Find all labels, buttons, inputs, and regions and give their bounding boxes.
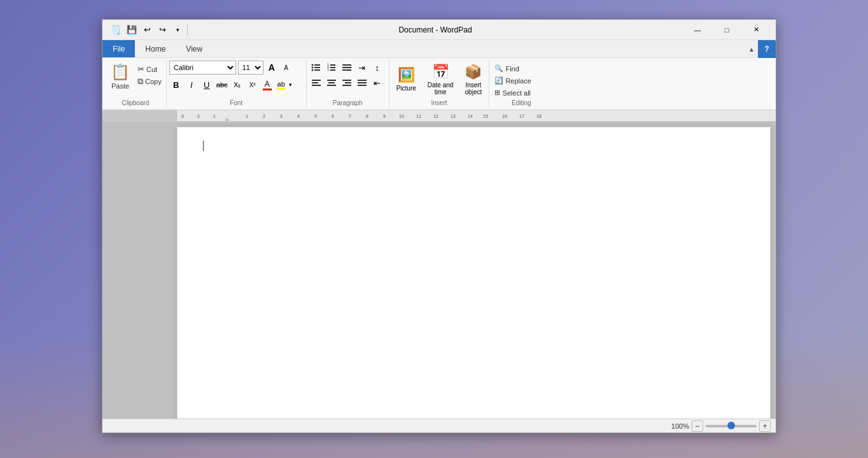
bullets-icon bbox=[311, 62, 321, 73]
svg-text:↓: ↓ bbox=[225, 116, 227, 121]
svg-text:13: 13 bbox=[451, 114, 456, 118]
ribbon-tab-bar: File Home View ▲ ? bbox=[102, 40, 776, 58]
svg-point-4 bbox=[311, 69, 313, 71]
numbering-button[interactable]: 1. 2. 3. bbox=[325, 61, 339, 75]
ribbon-collapse-arrow[interactable]: ▲ bbox=[745, 40, 758, 58]
maximize-button[interactable]: □ bbox=[712, 20, 741, 40]
svg-text:·2: ·2 bbox=[196, 114, 200, 118]
align-left-icon bbox=[311, 78, 321, 88]
save-button[interactable]: 💾 bbox=[125, 23, 139, 37]
indent-right-button[interactable]: ⇤ bbox=[370, 76, 384, 90]
align-left-button[interactable] bbox=[309, 76, 323, 90]
highlight-button[interactable]: ab bbox=[275, 79, 288, 91]
select-all-button[interactable]: ⊞ Select all bbox=[492, 87, 533, 98]
svg-text:16: 16 bbox=[502, 114, 507, 118]
minimize-button[interactable]: — bbox=[683, 20, 712, 40]
svg-rect-12 bbox=[342, 64, 351, 66]
zoom-percent: 100% bbox=[671, 422, 689, 430]
align-right-button[interactable] bbox=[340, 76, 354, 90]
replace-icon: 🔄 bbox=[494, 76, 503, 85]
font-size-select[interactable]: 11 bbox=[238, 61, 263, 75]
tab-file[interactable]: File bbox=[102, 40, 135, 57]
copy-icon: ⧉ bbox=[137, 76, 143, 87]
help-button[interactable]: ? bbox=[758, 40, 776, 58]
list-button[interactable] bbox=[340, 61, 354, 75]
svg-text:8: 8 bbox=[366, 114, 368, 118]
svg-text:3.: 3. bbox=[327, 68, 330, 71]
svg-text:5: 5 bbox=[314, 114, 317, 118]
superscript-button[interactable]: X² bbox=[246, 78, 260, 92]
find-button[interactable]: 🔍 Find bbox=[492, 63, 521, 74]
svg-text:7: 7 bbox=[349, 114, 351, 118]
line-spacing-button[interactable]: ↕ bbox=[370, 61, 384, 75]
replace-button[interactable]: 🔄 Replace bbox=[492, 75, 533, 86]
svg-text:1: 1 bbox=[246, 114, 248, 118]
dropdown-arrow-font[interactable]: ▾ bbox=[289, 82, 292, 88]
font-color-button[interactable]: A bbox=[261, 78, 274, 92]
align-center-button[interactable] bbox=[325, 76, 339, 90]
paste-label: Paste bbox=[111, 82, 129, 90]
insert-content: 🖼️ Picture 📅 Date and time 📦 Insert obje… bbox=[392, 61, 487, 98]
svg-rect-18 bbox=[327, 80, 336, 81]
redo-button[interactable]: ↪ bbox=[155, 23, 169, 37]
font-name-select[interactable]: Calibri bbox=[169, 61, 236, 75]
close-button[interactable]: ✕ bbox=[741, 20, 771, 40]
font-content: Calibri 11 A A B I U abc X₂ X² A bbox=[169, 61, 304, 98]
editor-container bbox=[102, 122, 776, 419]
zoom-out-button[interactable]: − bbox=[692, 420, 703, 432]
quick-access-toolbar: 🗒️ 💾 ↩ ↪ ▾ bbox=[108, 23, 187, 37]
svg-text:6: 6 bbox=[332, 114, 334, 118]
svg-rect-23 bbox=[342, 85, 351, 86]
svg-rect-3 bbox=[314, 67, 320, 68]
qat-dropdown-button[interactable]: ▾ bbox=[171, 23, 185, 37]
svg-rect-26 bbox=[358, 85, 367, 86]
svg-text:17: 17 bbox=[519, 114, 524, 118]
title-bar: 🗒️ 💾 ↩ ↪ ▾ Document - WordPad — □ ✕ bbox=[102, 20, 776, 40]
strikethrough-button[interactable]: abc bbox=[215, 78, 229, 92]
svg-rect-22 bbox=[345, 82, 351, 83]
svg-text:2: 2 bbox=[263, 114, 265, 118]
datetime-button[interactable]: 📅 Date and time bbox=[423, 62, 458, 97]
svg-rect-11 bbox=[330, 69, 335, 71]
replace-label: Replace bbox=[505, 77, 531, 85]
svg-text:4: 4 bbox=[297, 114, 300, 118]
paragraph-content: 1. 2. 3. bbox=[309, 61, 386, 98]
paste-button[interactable]: 📋 Paste bbox=[108, 61, 133, 91]
underline-button[interactable]: U bbox=[200, 78, 214, 92]
tab-view[interactable]: View bbox=[176, 40, 213, 57]
font-grow-button[interactable]: A bbox=[265, 61, 278, 74]
svg-text:12: 12 bbox=[433, 114, 438, 118]
svg-rect-9 bbox=[330, 67, 335, 68]
svg-rect-17 bbox=[312, 85, 321, 86]
editing-label: Editing bbox=[492, 98, 550, 107]
align-justify-button[interactable] bbox=[355, 76, 369, 90]
document-page[interactable] bbox=[177, 127, 771, 419]
picture-button[interactable]: 🖼️ Picture bbox=[392, 65, 421, 94]
svg-text:3: 3 bbox=[280, 114, 283, 118]
bold-button[interactable]: B bbox=[169, 78, 183, 92]
svg-rect-5 bbox=[314, 69, 320, 71]
zoom-in-button[interactable]: + bbox=[759, 420, 771, 432]
copy-label: Copy bbox=[145, 78, 162, 85]
copy-button[interactable]: ⧉ Copy bbox=[136, 75, 164, 88]
zoom-thumb bbox=[727, 422, 735, 429]
datetime-label: Date and time bbox=[428, 82, 454, 96]
paragraph-label: Paragraph bbox=[309, 98, 386, 107]
tab-home[interactable]: Home bbox=[135, 40, 176, 57]
font-shrink-button[interactable]: A bbox=[280, 61, 293, 74]
svg-rect-16 bbox=[312, 82, 318, 83]
undo-button[interactable]: ↩ bbox=[140, 23, 154, 37]
tab-spacer bbox=[213, 40, 745, 57]
indent-button[interactable]: ⇥ bbox=[355, 61, 369, 75]
cut-button[interactable]: ✂ Cut bbox=[136, 63, 164, 75]
svg-rect-15 bbox=[312, 80, 321, 81]
italic-button[interactable]: I bbox=[185, 78, 199, 92]
status-bar: 100% − + bbox=[102, 419, 776, 433]
subscript-button[interactable]: X₂ bbox=[230, 78, 244, 92]
bullets-button[interactable] bbox=[309, 61, 323, 75]
object-button[interactable]: 📦 Insert object bbox=[460, 62, 486, 97]
window-controls: — □ ✕ bbox=[683, 20, 771, 40]
zoom-slider[interactable] bbox=[706, 425, 757, 427]
para-bottom-row: ⇤ bbox=[309, 76, 384, 90]
font-color-icon: A bbox=[265, 80, 270, 89]
